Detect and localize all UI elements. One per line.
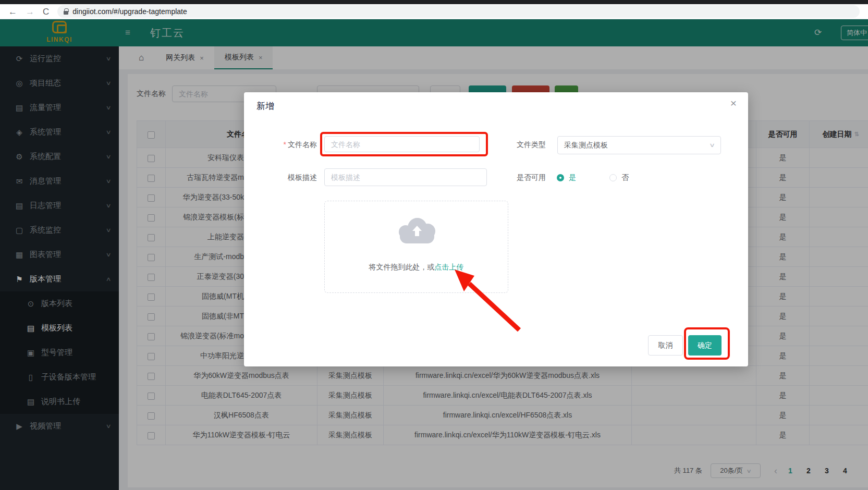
forward-icon[interactable]: → (26, 7, 34, 16)
upload-dropzone[interactable]: 将文件拖到此处，或点击上传 (324, 201, 508, 293)
chevron-down-icon: ∨ (709, 142, 715, 149)
radio-selected-icon (557, 174, 564, 181)
confirm-button[interactable]: 确定 (688, 335, 722, 356)
file-type-select[interactable]: 采集测点模板 ∨ (557, 136, 721, 154)
radio-yes-label: 是 (569, 173, 576, 182)
radio-no-label: 否 (621, 173, 629, 182)
radio-yes[interactable]: 是 (557, 173, 576, 182)
app-window: LINKQI ≡ 钉工云 ⟳ 简体中 ⟳运行监控∨◎项目组态∨▤流量管理∨◈系统… (0, 19, 868, 490)
browser-tab-strip (0, 0, 868, 4)
modal-title: 新增 (256, 100, 274, 112)
radio-unselected-icon (609, 174, 617, 181)
address-bar[interactable]: dingiiot.com/#/upgrade-tagtemplate (57, 5, 860, 18)
upload-link[interactable]: 点击上传 (435, 263, 464, 271)
url-text[interactable]: dingiiot.com/#/upgrade-tagtemplate (72, 7, 187, 16)
add-template-modal: 新增 × *文件名称 文件类型 采集测点模板 ∨ 模板描述 是否可用 是 否 (244, 92, 748, 366)
file-name-label: *文件名称 (265, 140, 317, 150)
close-icon[interactable]: × (730, 97, 737, 108)
screen: ← → C dingiiot.com/#/upgrade-tagtemplate… (0, 0, 868, 490)
file-type-value: 采集测点模板 (564, 141, 608, 150)
file-name-input[interactable] (324, 136, 480, 152)
lock-icon (64, 11, 68, 15)
upload-text: 将文件拖到此处，或点击上传 (325, 263, 508, 272)
reload-icon[interactable]: C (43, 7, 49, 16)
file-type-label: 文件类型 (494, 140, 546, 150)
back-icon[interactable]: ← (8, 7, 17, 16)
radio-no[interactable]: 否 (609, 173, 629, 182)
upload-cloud-icon (399, 218, 435, 244)
browser-toolbar: ← → C dingiiot.com/#/upgrade-tagtemplate (0, 4, 868, 19)
cancel-button[interactable]: 取消 (648, 335, 683, 356)
desc-label: 模板描述 (265, 173, 317, 182)
desc-input[interactable] (324, 168, 487, 186)
required-star: * (284, 140, 286, 149)
available-label: 是否可用 (494, 173, 546, 182)
